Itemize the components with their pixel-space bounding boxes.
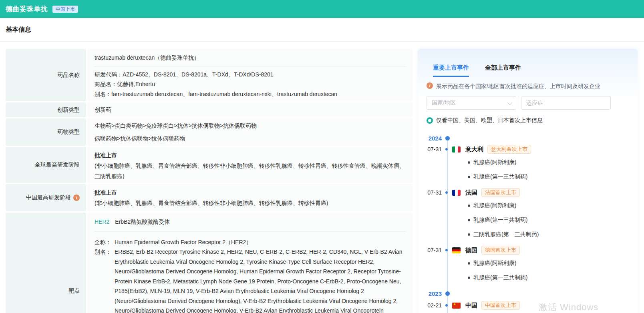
row-label: 中国最高研发阶段 i [6,184,86,211]
drug-type-line1: 生物药>蛋白类药物>免疫球蛋白>抗体>抗体偶联物>抗体偶联药物 [95,121,406,131]
indication-text: 乳腺癌(第一三共制药) [473,217,527,224]
bullet-icon [468,262,470,265]
event-indication-list: 乳腺癌(阿斯利康)乳腺癌(第一三共制药)三阴乳腺癌(第一三共制药) [426,199,630,242]
indication-text: 乳腺癌(阿斯利康) [473,260,516,267]
info-icon[interactable]: i [427,82,433,89]
indication-input[interactable] [521,96,611,110]
panel-note-text: 展示药品在各个国家/地区首次批准的适应症、上市时间及研发企业 [436,82,600,90]
timeline-year-row: 2023 [426,288,630,299]
indication-text: 乳腺癌(第一三共制药) [473,173,527,181]
radio-button[interactable] [427,117,433,124]
timeline-line [447,138,448,313]
tab-key-market-events[interactable]: 重要上市事件 [433,64,469,77]
timeline-year-row: 2024 [426,133,630,143]
timeline-event-header: 02-21中国中国首次上市 [426,299,630,311]
drug-trade-name: 商品名：优赫得,Enhertu [95,79,406,89]
france-flag-icon [452,190,461,196]
activation-watermark: 激活 Windows [539,301,598,313]
row-label: 创新类型 [6,102,86,117]
radio-label: 仅看中国、美国、欧盟、日本首次上市信息 [436,117,543,124]
indication-text: 三阴乳腺癌(第一三共制药) [473,231,539,238]
tab-all-market-events[interactable]: 全部上市事件 [485,64,521,77]
event-indication-list: 乳腺癌(阿斯利康)乳腺癌(第一三共制药) [426,256,630,285]
target-fullname-row: 全称： Human Epidermal Growth Factor Recept… [95,237,406,247]
target-alias-key: 别名： [95,247,111,313]
row-value: 生物药>蛋白类药物>免疫球蛋白>抗体>抗体偶联物>抗体偶联药物 偶联药物>抗体偶… [87,118,413,146]
event-marker-icon [445,148,448,150]
event-date: 07-31 [426,146,442,152]
row-value: trastuzumab deruxtecan（德曲妥珠单抗） 研发代码：AZD-… [87,49,413,101]
section-band: 基本信息 [0,18,644,42]
status-badge: 中国上市 [52,6,78,13]
bullet-icon [468,205,470,207]
first-launch-badge: 德国首次上市 [481,246,520,255]
first-launch-filter: 仅看中国、美国、欧盟、日本首次上市信息 [427,117,630,124]
event-country: 法国 [465,189,477,197]
filters-row: 国家/地区 [427,96,630,110]
page-header: 德曲妥珠单抗 中国上市 [0,0,644,18]
country-region-placeholder: 国家/地区 [432,99,456,106]
target-her2-link[interactable]: HER2 [95,219,109,225]
row-value: 批准上市 (非小细胞肺癌、乳腺癌、胃食管结合部癌、转移性非小细胞肺癌、转移性乳腺… [87,184,413,211]
target-fullname-key: 全称： [95,237,111,247]
event-indication-item: 三阴乳腺癌(第一三共制药) [468,227,630,242]
bullet-icon [468,219,470,221]
row-label: 药品名称 [6,49,86,101]
timeline-event-header: 07-31法国法国首次上市 [426,187,630,199]
event-date: 07-31 [426,247,442,253]
timeline-event-header: 07-31德国德国首次上市 [426,244,630,256]
country-region-select[interactable]: 国家/地区 [427,96,516,110]
row-label: 靶点 [6,213,86,313]
table-row-target: 靶点 HER2ErbB2酪氨酸激酶受体 全称： Human Epidermal … [6,213,413,313]
table-row-global-stage: 全球最高研发阶段 批准上市 (非小细胞肺癌、乳腺癌、胃食管结合部癌、转移性非小细… [6,147,413,183]
china-flag-icon [452,303,461,309]
target-desc: ErbB2酪氨酸激酶受体 [115,219,170,225]
china-stage-name: 批准上市 [95,187,406,198]
bullet-icon [468,277,470,279]
launch-timeline: 202407-31意大利意大利首次上市乳腺癌(阿斯利康)乳腺癌(第一三共制药)0… [426,133,630,311]
event-indication-item: 乳腺癌(阿斯利康) [468,256,630,271]
timeline-year-label: 2024 [426,135,442,142]
first-launch-badge: 意大利首次上市 [487,145,531,154]
row-label-text: 中国最高研发阶段 [26,194,71,201]
event-country: 中国 [465,302,477,309]
events-tabs: 重要上市事件 全部上市事件 [426,64,630,77]
row-value: 批准上市 (非小细胞肺癌、乳腺癌、胃食管结合部癌、转移性非小细胞肺癌、转移性乳腺… [87,147,413,183]
bullet-icon [468,161,470,164]
indication-text: 乳腺癌(阿斯利康) [473,159,516,166]
china-stage-detail: (非小细胞肺癌、乳腺癌、胃食管结合部癌、转移性非小细胞肺癌、转移性乳腺癌、转移性… [95,198,406,208]
drug-aliases: 别名：fam-trastuzumab deruxtecan、fam-trastu… [95,89,406,99]
event-marker-icon [445,191,448,194]
info-icon[interactable]: i [73,195,80,201]
event-indication-item: 乳腺癌(第一三共制药) [468,170,630,184]
event-country: 德国 [465,247,477,254]
global-stage-name: 批准上市 [95,150,406,161]
event-indication-item: 乳腺癌(第一三共制药) [468,271,630,285]
table-row-innovation-type: 创新类型 创新药 [6,102,413,117]
timeline-year-label: 2023 [426,290,442,297]
target-fullname-value: Human Epidermal Growth Factor Receptor 2… [115,237,252,247]
basic-info-table: 药品名称 trastuzumab deruxtecan（德曲妥珠单抗） 研发代码… [6,49,413,313]
innovation-type-value: 创新药 [95,105,406,115]
table-row-drug-name: 药品名称 trastuzumab deruxtecan（德曲妥珠单抗） 研发代码… [6,49,413,101]
year-dot-icon [445,291,450,296]
event-indication-item: 乳腺癌(阿斯利康) [468,199,630,213]
global-stage-detail: (非小细胞肺癌、乳腺癌、胃食管结合部癌、转移性非小细胞肺癌、转移性乳腺癌、转移性… [95,161,406,181]
event-marker-icon [445,304,448,307]
event-indication-item: 乳腺癌(阿斯利康) [468,155,630,170]
first-launch-badge: 法国首次上市 [481,188,520,197]
drug-name-primary: trastuzumab deruxtecan（德曲妥珠单抗） [95,53,406,63]
year-dot-icon [445,136,450,140]
event-date: 07-31 [426,189,442,196]
event-marker-icon [445,249,448,251]
indication-text: 乳腺癌(第一三共制药) [473,274,527,281]
target-alias-row: 别名： ERBB2, Erb-B2 Receptor Tyrosine Kina… [95,247,406,313]
market-events-panel: 重要上市事件 全部上市事件 i 展示药品在各个国家/地区首次批准的适应症、上市时… [418,49,638,313]
bullet-icon [468,176,470,178]
drug-type-line2: 偶联药物>抗体偶联物>抗体偶联药物 [95,134,406,144]
germany-flag-icon [452,247,461,253]
event-indication-list: 乳腺癌(阿斯利康)乳腺癌(第一三共制药) [426,155,630,184]
italy-flag-icon [452,146,461,152]
section-title: 基本信息 [6,26,31,34]
row-value: HER2ErbB2酪氨酸激酶受体 全称： Human Epidermal Gro… [87,213,413,313]
